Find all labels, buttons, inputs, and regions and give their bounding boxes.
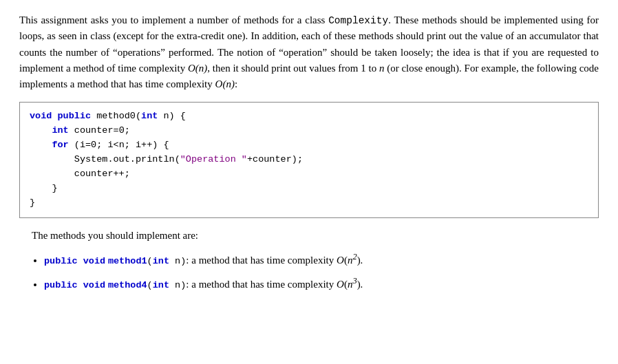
class-name: Complexity — [328, 15, 388, 26]
methods-list: public void method1(int n): a method tha… — [44, 250, 599, 293]
code-line-5: counter++; — [30, 167, 588, 182]
code-line-2: int counter=0; — [30, 124, 588, 138]
method4-signature: method4( — [108, 280, 153, 290]
main-content: This assignment asks you to implement a … — [19, 12, 599, 293]
kw-int-1: int — [141, 111, 158, 121]
kw-int-2: int — [52, 125, 68, 136]
kw-int-method4: int — [153, 280, 169, 290]
kw-public-void-2: public void — [44, 280, 105, 290]
string-operation: "Operation " — [180, 154, 247, 164]
complexity-on-inline2: O(n) — [215, 78, 235, 89]
kw-public: public — [58, 111, 92, 121]
code-line-3: for (i=0; i<n; i++) { — [30, 138, 588, 153]
kw-int-method1: int — [153, 256, 169, 266]
list-item-method1: public void method1(int n): a method tha… — [44, 250, 599, 269]
kw-public-void-1: public void — [44, 256, 105, 266]
method4-param: n) — [169, 280, 186, 290]
code-example: void public method0(int n) { int counter… — [19, 102, 599, 217]
method1-param: n) — [169, 256, 186, 266]
code-line-6: } — [30, 182, 588, 196]
methods-intro-text: The methods you should implement are: — [32, 228, 599, 244]
complexity-on-inline: O(n) — [188, 63, 207, 74]
kw-for: for — [52, 140, 68, 150]
code-line-1: void public method0(int n) { — [30, 109, 588, 124]
list-item-method4: public void method4(int n): a method tha… — [44, 275, 599, 293]
method1-signature: method1( — [108, 256, 153, 266]
intro-paragraph: This assignment asks you to implement a … — [19, 12, 599, 92]
code-line-4: System.out.println("Operation "+counter)… — [30, 153, 588, 167]
kw-void: void — [30, 111, 52, 121]
code-line-7: } — [30, 196, 588, 211]
